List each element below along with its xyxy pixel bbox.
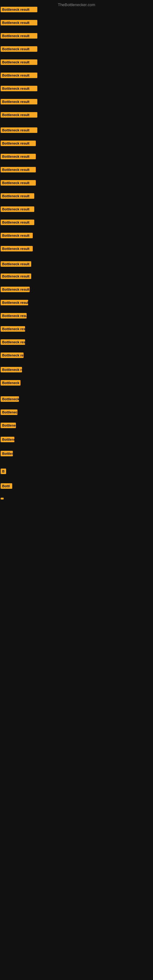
bottleneck-result-label: Bottleneck result	[1, 33, 37, 38]
bottleneck-result-label: Bottleneck result	[1, 423, 16, 428]
bottleneck-result-label: Bottleneck result	[1, 246, 33, 251]
bottleneck-result-label: Bottl	[1, 483, 12, 489]
bottleneck-result-label: Bottleneck result	[1, 396, 19, 402]
bottleneck-result-label: Bottleneck result	[1, 127, 37, 133]
bottleneck-result-label: Bottleneck result	[1, 326, 25, 332]
bottleneck-result-label: Bottleneck result	[1, 274, 31, 279]
bottleneck-result-label: Bottleneck result	[1, 339, 25, 345]
page-container: TheBottlenecker.com Bottleneck resultBot…	[0, 0, 153, 980]
bottleneck-result-label: Bottleneck result	[1, 409, 18, 415]
bottleneck-result-label: Bottleneck result	[1, 140, 36, 146]
bottleneck-result-label: Bottleneck result	[1, 286, 30, 292]
bottleneck-result-label: Bottleneck result	[1, 167, 36, 172]
bottleneck-result-label: Bottleneck result	[1, 437, 14, 442]
bottleneck-result-label: Bottleneck result	[1, 7, 37, 12]
bottleneck-result-label: Bottleneck result	[1, 20, 37, 25]
bottleneck-result-label: Bottleneck result	[1, 46, 37, 52]
bottleneck-result-label: Bottleneck result	[1, 451, 13, 456]
site-title: TheBottlenecker.com	[58, 2, 95, 7]
bottleneck-result-label: Bottleneck result	[1, 261, 31, 267]
bottleneck-result-label: Bottleneck result	[1, 380, 21, 385]
bottleneck-result-label: Bottleneck result	[1, 207, 34, 212]
bottleneck-result-label: Bottleneck result	[1, 353, 24, 358]
bottleneck-result-label: Bottleneck result	[1, 73, 37, 78]
bottleneck-result-label: Bottleneck result	[1, 313, 27, 318]
bottleneck-result-label: Bottleneck result	[1, 112, 37, 118]
bottleneck-result-label: Bottleneck result	[1, 99, 37, 105]
bottleneck-result-label: Bottleneck result	[1, 180, 36, 186]
bottleneck-result-label: Bottleneck result	[1, 59, 37, 65]
bottleneck-result-label: Bottleneck result	[1, 220, 34, 225]
bottleneck-result-label: Bottleneck result	[1, 86, 37, 91]
bottleneck-result-label: B	[1, 469, 6, 474]
bottleneck-result-label: Bottleneck result	[1, 367, 22, 372]
bottleneck-result-label: Bottleneck result	[1, 233, 33, 238]
bottleneck-result-label	[1, 498, 4, 500]
bottleneck-result-label: Bottleneck result	[1, 154, 36, 159]
bottleneck-result-label: Bottleneck result	[1, 300, 28, 305]
bottleneck-result-label: Bottleneck result	[1, 193, 34, 199]
